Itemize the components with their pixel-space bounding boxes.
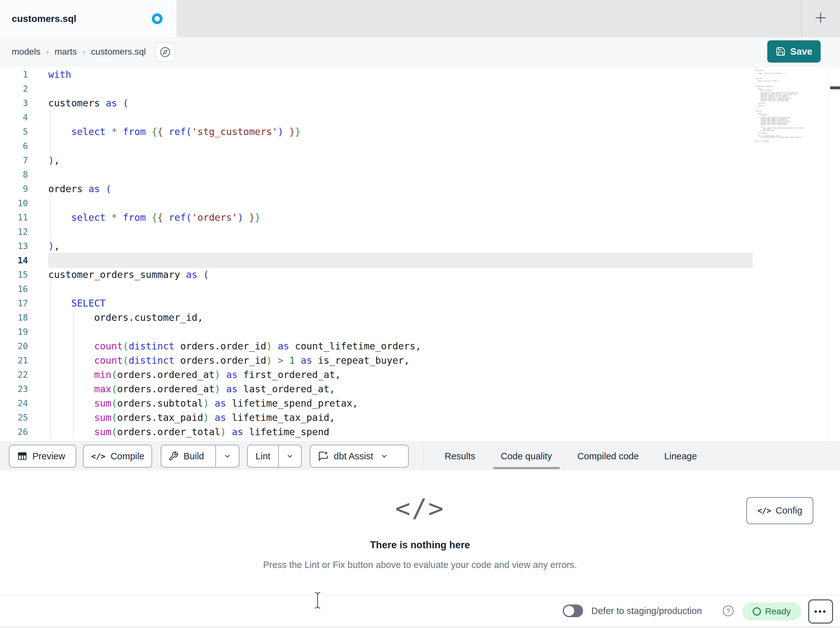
build-label: Build: [183, 451, 204, 462]
code-editor[interactable]: 1234567891011121314151617181920212223242…: [0, 67, 840, 441]
line-number-7: 7: [0, 153, 28, 168]
code-line-22[interactable]: min(orders.ordered_at) as first_ordered_…: [48, 367, 753, 382]
minimap[interactable]: with customers as ( select * from {{ ref…: [755, 67, 828, 436]
status-badge: Ready: [742, 603, 801, 620]
tab-code-quality[interactable]: Code quality: [500, 442, 553, 470]
open-in-explorer-button[interactable]: [155, 42, 175, 62]
editor-scrollbar[interactable]: [829, 67, 840, 441]
editor-scrollbar-thumb[interactable]: [830, 86, 840, 89]
breadcrumb-separator: ›: [82, 47, 85, 57]
line-number-14: 14: [0, 253, 28, 267]
build-dropdown-button[interactable]: [216, 445, 239, 467]
code-line-7[interactable]: ),: [48, 153, 753, 168]
compile-label: Compile: [111, 451, 144, 462]
code-icon: </>: [91, 452, 106, 461]
tab-results[interactable]: Results: [444, 442, 476, 470]
build-button[interactable]: Build: [161, 451, 215, 462]
save-label: Save: [790, 46, 812, 57]
line-number-4: 4: [0, 110, 28, 125]
ellipsis-icon: •••: [814, 607, 827, 617]
code-icon: </>: [758, 506, 771, 515]
line-number-20: 20: [0, 339, 28, 353]
save-icon: [775, 46, 786, 57]
tab-lineage[interactable]: Lineage: [663, 442, 698, 470]
line-number-2: 2: [0, 82, 28, 96]
code-line-10[interactable]: [48, 196, 753, 210]
code-line-17[interactable]: SELECT: [48, 296, 753, 310]
tab-title: customers.sql: [12, 13, 76, 24]
line-number-21: 21: [0, 353, 28, 367]
code-quality-panel: </> There is nothing here Press the Lint…: [0, 470, 840, 595]
line-number-19: 19: [0, 325, 28, 339]
lint-label: Lint: [256, 451, 271, 462]
code-line-4[interactable]: [48, 110, 753, 125]
config-label: Config: [775, 505, 802, 516]
tab-compiled-code[interactable]: Compiled code: [577, 442, 639, 470]
code-line-11[interactable]: select * from {{ ref('orders') }}: [48, 210, 753, 225]
tab-code-quality-label: Code quality: [501, 451, 552, 462]
breadcrumb-file: customers.sql: [91, 47, 146, 57]
build-split-button: Build: [161, 445, 240, 468]
overflow-menu-button[interactable]: •••: [808, 600, 833, 623]
code-line-12[interactable]: [48, 225, 753, 239]
code-line-14[interactable]: [48, 253, 753, 267]
table-icon: [17, 451, 27, 461]
tab-compiled-code-label: Compiled code: [577, 451, 639, 462]
code-line-8[interactable]: [48, 168, 753, 182]
help-icon[interactable]: ?: [723, 606, 734, 616]
code-line-25[interactable]: sum(orders.tax_paid) as lifetime_tax_pai…: [48, 410, 753, 425]
defer-label: Defer to staging/production: [591, 595, 702, 626]
assistant-chat-icon: [318, 451, 329, 462]
breadcrumb-bar: models › marts › customers.sql Save: [0, 37, 840, 67]
lint-button[interactable]: Lint: [248, 451, 278, 462]
breadcrumb-models[interactable]: models: [12, 47, 40, 57]
line-number-17: 17: [0, 296, 28, 310]
preview-button[interactable]: Preview: [9, 445, 76, 468]
code-line-2[interactable]: [48, 82, 753, 96]
code-line-21[interactable]: count(distinct orders.order_id) > 1 as i…: [48, 353, 753, 367]
chevron-down-icon: [380, 452, 388, 460]
line-number-25: 25: [0, 410, 28, 425]
tab-customers-sql[interactable]: customers.sql: [0, 0, 177, 37]
code-line-1[interactable]: with: [48, 67, 753, 82]
line-number-12: 12: [0, 225, 28, 239]
line-number-1: 1: [0, 67, 28, 82]
save-button[interactable]: Save: [767, 40, 821, 63]
code-line-5[interactable]: select * from {{ ref('stg_customers') }}: [48, 125, 753, 139]
code-line-3[interactable]: customers as (: [48, 96, 753, 110]
toolbar-divider: [423, 442, 423, 470]
empty-state-subtitle: Press the Lint or Fix button above to ev…: [0, 560, 840, 570]
line-number-26: 26: [0, 425, 28, 439]
editor-tab-strip: customers.sql: [0, 0, 840, 37]
line-number-16: 16: [0, 282, 28, 296]
line-number-22: 22: [0, 367, 28, 382]
dbt-assist-button[interactable]: dbt Assist: [309, 445, 409, 468]
code-line-9[interactable]: orders as (: [48, 182, 753, 196]
code-line-18[interactable]: orders.customer_id,: [48, 310, 753, 325]
new-tab-button[interactable]: [812, 9, 829, 27]
code-line-20[interactable]: count(distinct orders.order_id) as count…: [48, 339, 753, 353]
line-number-8: 8: [0, 168, 28, 182]
toggle-knob: [564, 606, 574, 616]
line-number-24: 24: [0, 396, 28, 410]
code-line-13[interactable]: ),: [48, 239, 753, 253]
code-line-6[interactable]: [48, 139, 753, 153]
line-number-3: 3: [0, 96, 28, 110]
code-lines: withcustomers as ( select * from {{ ref(…: [48, 67, 753, 439]
code-line-19[interactable]: [48, 325, 753, 339]
defer-toggle[interactable]: [563, 604, 583, 617]
code-line-23[interactable]: max(orders.ordered_at) as last_ordered_a…: [48, 382, 753, 396]
config-button[interactable]: </> Config: [746, 497, 813, 524]
lint-dropdown-button[interactable]: [279, 445, 301, 467]
code-line-16[interactable]: [48, 282, 753, 296]
code-line-24[interactable]: sum(orders.subtotal) as lifetime_spend_p…: [48, 396, 753, 410]
breadcrumb-marts[interactable]: marts: [55, 47, 77, 57]
minimap-content: with customers as ( select * from {{ ref…: [755, 67, 828, 142]
gutter: 1234567891011121314151617181920212223242…: [0, 67, 28, 439]
status-label: Ready: [765, 606, 791, 617]
code-line-15[interactable]: customer_orders_summary as (: [48, 267, 753, 282]
code-line-26[interactable]: sum(orders.order_total) as lifetime_spen…: [48, 425, 753, 439]
panel-tabs: Results Code quality Compiled code Linea…: [444, 442, 698, 470]
line-number-13: 13: [0, 239, 28, 253]
compile-button[interactable]: </> Compile: [83, 445, 152, 468]
